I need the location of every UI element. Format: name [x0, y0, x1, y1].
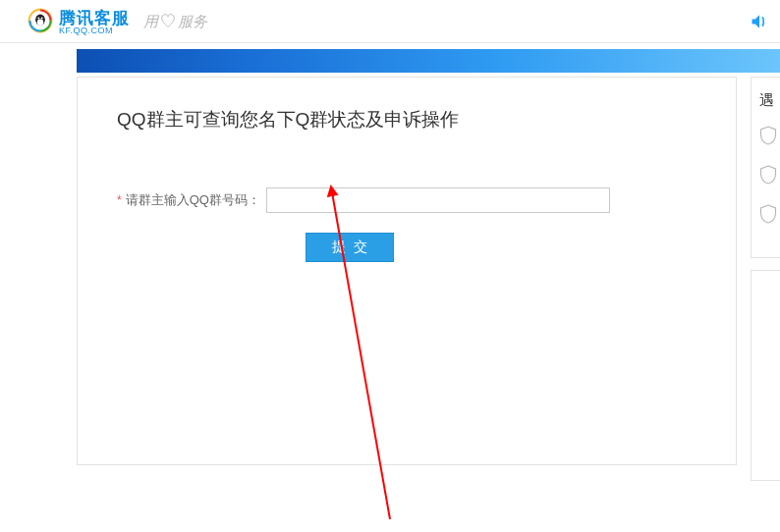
- required-star-icon: *: [117, 193, 122, 207]
- group-number-label: 请群主输入QQ群号码：: [126, 191, 260, 209]
- page-title: QQ群主可查询您名下Q群状态及申诉操作: [117, 107, 696, 133]
- header-bar: 腾讯客服 KF.QQ.COM 用 服务: [0, 0, 780, 43]
- right-sidebar: 遇: [751, 77, 780, 481]
- main-panel: QQ群主可查询您名下Q群状态及申诉操作 * 请群主输入QQ群号码： 提交: [77, 77, 737, 465]
- sound-icon[interactable]: [749, 12, 770, 35]
- heart-icon: [160, 14, 176, 31]
- qq-penguin-icon: [28, 8, 53, 37]
- shield-icon[interactable]: [759, 126, 774, 149]
- banner-strip: [77, 49, 780, 73]
- submit-row: 提交: [117, 233, 696, 262]
- sidebar-title: 遇: [757, 91, 774, 110]
- sidebar-box-top: 遇: [751, 77, 780, 258]
- group-number-input[interactable]: [266, 187, 610, 213]
- brand-name: 腾讯客服: [59, 10, 130, 27]
- svg-point-4: [41, 17, 43, 19]
- brand-subtitle: KF.QQ.COM: [59, 27, 130, 35]
- logo[interactable]: 腾讯客服 KF.QQ.COM: [28, 8, 130, 37]
- form-row-group-number: * 请群主输入QQ群号码：: [117, 187, 696, 213]
- svg-point-3: [37, 17, 39, 19]
- submit-button[interactable]: 提交: [306, 233, 394, 262]
- slogan: 用 服务: [143, 13, 207, 31]
- sidebar-box-bottom: [751, 270, 780, 481]
- slogan-prefix: 用: [143, 13, 158, 31]
- shield-icon[interactable]: [759, 165, 774, 188]
- slogan-suffix: 服务: [178, 13, 207, 31]
- svg-point-2: [37, 19, 44, 26]
- shield-icon[interactable]: [759, 204, 774, 228]
